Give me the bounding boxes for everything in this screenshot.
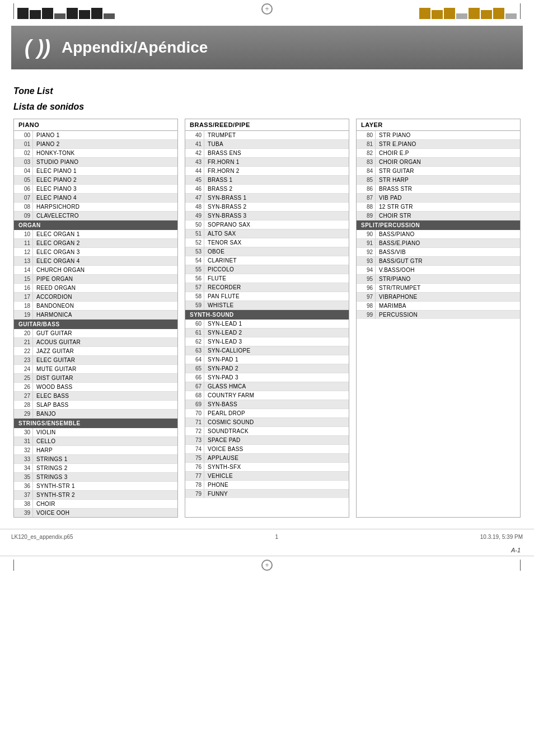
table-row: 57RECORDER — [185, 283, 349, 292]
tone-number: 75 — [185, 454, 204, 462]
tone-name: STR E.PIANO — [376, 140, 520, 148]
piano-column: PIANO00PIANO 101PIANO 202HONKY-TONK03STU… — [13, 119, 178, 518]
tone-name: COUNTRY FARM — [204, 391, 349, 400]
table-row: 04ELEC PIANO 1 — [14, 167, 177, 176]
tone-name: WHISTLE — [204, 301, 349, 309]
tone-name: CHOIR E.P — [376, 149, 520, 157]
tone-number: 88 — [357, 203, 376, 211]
tone-number: 49 — [185, 212, 204, 220]
table-row: 62SYN-LEAD 3 — [185, 337, 349, 346]
tone-number: 65 — [185, 364, 204, 373]
table-row: 44FR.HORN 2 — [185, 167, 349, 176]
tone-number: 08 — [14, 203, 33, 211]
tone-number: 86 — [357, 185, 376, 193]
tone-number: 25 — [14, 374, 33, 382]
table-row: 59WHISTLE — [185, 301, 349, 310]
table-row: 95STR/PIANO — [357, 275, 520, 284]
table-row: 63SYN-CALLIOPE — [185, 346, 349, 355]
tone-name: CHURCH ORGAN — [33, 266, 177, 274]
table-row: 20GUT GUITAR — [14, 329, 177, 338]
table-row: 56FLUTE — [185, 274, 349, 283]
tone-name: BANJO — [33, 410, 177, 418]
tone-number: 99 — [357, 311, 376, 319]
tone-number: 41 — [185, 140, 204, 148]
tone-name: VIOLIN — [33, 428, 177, 436]
tone-number: 09 — [14, 212, 33, 220]
tone-number: 24 — [14, 365, 33, 373]
appendix-icon: ( )) — [25, 36, 50, 59]
page-header: ( )) Appendix/Apéndice — [11, 26, 523, 69]
tone-name: ELEC ORGAN 2 — [33, 239, 177, 247]
page-footer: LK120_es_appendix.p65 1 10.3.19, 5:39 PM — [0, 529, 534, 544]
tone-number: 14 — [14, 266, 33, 274]
table-row: 89CHOIR STR — [357, 212, 520, 220]
tone-name: PEARL DROP — [204, 409, 349, 417]
tone-number: 20 — [14, 329, 33, 337]
tone-name: VIB PAD — [376, 194, 520, 202]
table-row: 09CLAVELECTRO — [14, 212, 177, 220]
tone-name: FR.HORN 1 — [204, 158, 349, 166]
table-row: 00PIANO 1 — [14, 131, 177, 140]
tone-name: SYN-PAD 2 — [204, 364, 349, 373]
tone-number: 34 — [14, 464, 33, 472]
tone-number: 54 — [185, 256, 204, 265]
tone-number: 23 — [14, 356, 33, 364]
tone-number: 42 — [185, 149, 204, 157]
tone-number: 02 — [14, 149, 33, 157]
tone-number: 83 — [357, 158, 376, 166]
table-row: 07ELEC PIANO 4 — [14, 194, 177, 203]
tone-name: SYNTH-SFX — [204, 463, 349, 471]
table-row: 05ELEC PIANO 2 — [14, 176, 177, 185]
table-row: 8812 STR GTR — [357, 203, 520, 212]
table-row: 34STRINGS 2 — [14, 464, 177, 473]
table-row: 40TRUMPET — [185, 131, 349, 140]
table-row: 75APPLAUSE — [185, 454, 349, 463]
tone-number: 53 — [185, 247, 204, 256]
tone-name: SYN-BRASS 1 — [204, 194, 349, 202]
tone-number: 32 — [14, 446, 33, 454]
tone-name: BANDONEON — [33, 302, 177, 310]
tone-name: STRINGS 3 — [33, 473, 177, 481]
table-row: 52TENOR SAX — [185, 238, 349, 247]
tone-number: 52 — [185, 238, 204, 247]
tone-name: MARIMBA — [376, 302, 520, 310]
tone-name: ELEC PIANO 1 — [33, 167, 177, 175]
tone-number: 03 — [14, 158, 33, 166]
tone-name: BASS/GUT GTR — [376, 257, 520, 265]
tone-number: 46 — [185, 185, 204, 193]
table-row: 97VIBRAPHONE — [357, 293, 520, 302]
table-row: 54CLARINET — [185, 256, 349, 265]
table-row: 74VOICE BASS — [185, 445, 349, 454]
tone-number: 61 — [185, 328, 204, 337]
tone-name: BASS/PIANO — [376, 230, 520, 238]
tone-name: HARMONICA — [33, 311, 177, 319]
tone-number: 98 — [357, 302, 376, 310]
tone-name: JAZZ GUITAR — [33, 347, 177, 355]
tone-number: 37 — [14, 491, 33, 499]
tone-number: 72 — [185, 427, 204, 435]
tone-number: 10 — [14, 230, 33, 238]
tone-name: SYN-LEAD 3 — [204, 337, 349, 346]
table-row: 90BASS/PIANO — [357, 230, 520, 239]
sub-header-2: GUITAR/BASS — [14, 320, 177, 329]
table-row: 76SYNTH-SFX — [185, 463, 349, 472]
tone-name: 12 STR GTR — [376, 203, 520, 211]
tone-name: STR GUITAR — [376, 167, 520, 175]
reg-left — [11, 3, 115, 19]
tone-name: HONKY-TONK — [33, 149, 177, 157]
tone-name: ELEC PIANO 3 — [33, 185, 177, 193]
tone-name: DIST GUITAR — [33, 374, 177, 382]
section-title-1: Tone List — [13, 86, 521, 96]
table-row: 32HARP — [14, 446, 177, 455]
section-title-2: Lista de sonidos — [13, 102, 521, 112]
tone-name: FR.HORN 2 — [204, 167, 349, 175]
table-row: 42BRASS ENS — [185, 149, 349, 158]
tone-name: CLARINET — [204, 256, 349, 265]
table-row: 69SYN-BASS — [185, 400, 349, 409]
tone-number: 59 — [185, 301, 204, 309]
table-row: 53OBOE — [185, 247, 349, 256]
table-row: 45BRASS 1 — [185, 176, 349, 185]
tone-name: STRINGS 1 — [33, 455, 177, 463]
table-row: 30VIOLIN — [14, 428, 177, 437]
tone-name: RECORDER — [204, 283, 349, 292]
